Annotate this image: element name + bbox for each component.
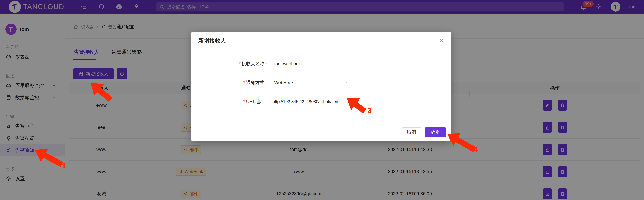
- chevron-down-icon: [343, 80, 348, 85]
- form-row-notify-method: *通知方式： WebHook: [196, 77, 451, 88]
- modal-body: *接收人名称： *通知方式： WebHook *URL地址：: [192, 50, 451, 123]
- field-label: *接收人名称：: [196, 61, 269, 67]
- app-root: TANCLOUD G: [0, 0, 644, 200]
- close-icon[interactable]: ✕: [437, 37, 446, 45]
- required-mark: *: [243, 99, 245, 104]
- webhook-url-input[interactable]: [271, 96, 351, 107]
- form-row-receiver-name: *接收人名称：: [196, 58, 451, 69]
- required-mark: *: [239, 61, 240, 66]
- select-value: WebHook: [274, 80, 294, 85]
- receiver-name-input[interactable]: [271, 58, 351, 69]
- field-label: *通知方式：: [196, 80, 269, 86]
- confirm-button[interactable]: 确定: [425, 127, 446, 137]
- cancel-button[interactable]: 取消: [402, 127, 421, 137]
- add-receiver-modal: 新增接收人 ✕ *接收人名称： *通知方式： WebHook: [192, 32, 451, 141]
- required-mark: *: [243, 80, 245, 85]
- field-label: *URL地址：: [196, 99, 269, 104]
- notify-method-select[interactable]: WebHook: [271, 77, 351, 88]
- modal-header: 新增接收人 ✕: [192, 32, 451, 50]
- modal-title: 新增接收人: [198, 37, 226, 45]
- modal-footer: 取消 确定: [192, 123, 451, 141]
- form-row-url: *URL地址：: [196, 96, 451, 107]
